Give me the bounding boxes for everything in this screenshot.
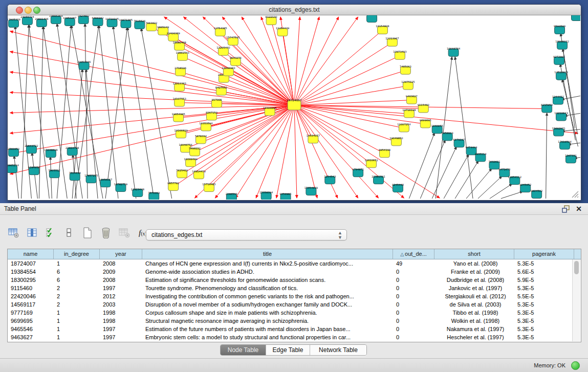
column-header-short[interactable]: short: [434, 249, 514, 259]
graph-node[interactable]: 19049850: [389, 137, 403, 146]
graph-node[interactable]: 1244412: [552, 95, 564, 104]
graph-node[interactable]: 8954108: [379, 148, 390, 158]
table-scrollbar[interactable]: [572, 259, 580, 341]
graph-node[interactable]: 12754385: [213, 27, 227, 36]
graph-node[interactable]: 18300295: [263, 106, 276, 116]
graph-node[interactable]: 16958187: [99, 178, 112, 187]
graph-node[interactable]: 9699695: [420, 119, 431, 128]
graph-node[interactable]: 7515526: [134, 19, 145, 29]
select-all-rows-icon[interactable]: [44, 226, 57, 239]
column-header-in_degree[interactable]: in_degree: [54, 249, 100, 259]
graph-node[interactable]: 18724007: [287, 99, 302, 110]
graph-node[interactable]: 9794871: [352, 168, 364, 177]
delete-columns-icon[interactable]: [118, 226, 131, 239]
graph-node[interactable]: 21904798: [66, 146, 79, 156]
graph-node[interactable]: 10653287: [63, 16, 76, 26]
close-icon[interactable]: ✕: [575, 205, 582, 213]
graph-node[interactable]: 9857791: [167, 182, 179, 191]
graph-node[interactable]: 13965234: [8, 164, 19, 173]
graph-node[interactable]: 17957255: [84, 174, 98, 183]
graph-node[interactable]: 5958923: [442, 132, 453, 141]
graph-node[interactable]: 15716485: [202, 183, 215, 192]
graph-node[interactable]: 18660488: [172, 41, 186, 50]
graph-node[interactable]: 7514438: [69, 171, 81, 181]
float-window-icon[interactable]: [562, 205, 570, 213]
graph-node[interactable]: 917008: [211, 98, 222, 107]
graph-node[interactable]: 16099489: [184, 158, 197, 167]
graph-node[interactable]: 16914479: [192, 170, 205, 179]
column-header-name[interactable]: name: [8, 249, 54, 259]
graph-node[interactable]: 5878334: [195, 135, 207, 144]
graph-node[interactable]: 11254439: [276, 27, 289, 36]
column-header-title[interactable]: title: [142, 249, 393, 259]
tab-network-table[interactable]: Network Table: [310, 345, 366, 355]
graph-node[interactable]: 16210643: [554, 112, 568, 121]
table-row[interactable]: 1938455462009Genome-wide association stu…: [8, 268, 581, 276]
graph-node[interactable]: 13205440: [216, 46, 230, 55]
graph-node[interactable]: 14510913: [554, 71, 568, 80]
graph-node[interactable]: 9194958: [28, 166, 40, 175]
table-row[interactable]: 946554611997Estimation of the future num…: [8, 325, 581, 333]
graph-node[interactable]: 7485063: [400, 65, 411, 74]
graph-node[interactable]: 8427552: [215, 86, 227, 95]
graph-node[interactable]: 12213383: [172, 82, 186, 91]
graph-node[interactable]: 20643722: [25, 144, 38, 154]
graph-node[interactable]: 17016504: [558, 140, 571, 149]
column-header-out_de[interactable]: △out_de...: [393, 249, 434, 259]
table-row[interactable]: 1456911722003Disruption of a novel membe…: [8, 300, 581, 309]
graph-node[interactable]: 14534157: [307, 134, 320, 143]
graph-node[interactable]: 1527602: [78, 15, 90, 24]
graph-node[interactable]: 19166829: [174, 129, 187, 138]
graph-node[interactable]: 9115460: [418, 103, 429, 113]
tab-edge-table[interactable]: Edge Table: [266, 345, 310, 355]
graph-node[interactable]: 19654985: [171, 113, 185, 122]
table-row[interactable]: 946362711997Embryonic stem cells: a mode…: [8, 333, 581, 341]
graph-node[interactable]: 18998032: [555, 40, 569, 49]
graph-node[interactable]: 10719195: [105, 17, 119, 27]
graph-node[interactable]: 2887682: [366, 15, 378, 22]
delete-table-icon[interactable]: [99, 226, 113, 239]
graph-node[interactable]: 9924502: [531, 189, 542, 199]
graph-node[interactable]: 15358394: [259, 191, 273, 200]
network-window[interactable]: citations_edges.txt 13905339240557242069…: [7, 4, 581, 201]
graph-node[interactable]: 6466162: [92, 16, 104, 26]
graph-node[interactable]: 24055724: [20, 15, 34, 25]
new-table-icon[interactable]: [81, 226, 94, 239]
graph-node[interactable]: 12923448: [131, 188, 144, 197]
resize-grip-icon[interactable]: [571, 190, 579, 199]
column-visibility-icon[interactable]: [26, 226, 39, 239]
graph-node[interactable]: 9590599: [554, 25, 565, 34]
graph-node[interactable]: 16353594: [199, 122, 212, 131]
table-row[interactable]: 977716911998Corpus callosum shape and si…: [8, 309, 581, 317]
graph-node[interactable]: 7663822: [145, 21, 157, 31]
network-window-titlebar[interactable]: citations_edges.txt: [8, 5, 581, 15]
graph-node[interactable]: 15747595: [226, 36, 239, 45]
graph-node[interactable]: 15692971: [552, 127, 565, 136]
graph-node[interactable]: 8215958: [541, 103, 553, 113]
graph-node[interactable]: 1167331: [565, 154, 577, 163]
graph-node[interactable]: 11007254: [397, 123, 410, 132]
graph-node[interactable]: 15354939: [304, 186, 318, 195]
graph-node[interactable]: 16154808: [376, 25, 389, 34]
graph-node[interactable]: 19861543: [176, 51, 189, 60]
graph-node[interactable]: 20691406: [35, 17, 48, 27]
graph-node[interactable]: 16782759: [114, 183, 127, 192]
graph-node[interactable]: 10718198: [402, 108, 416, 118]
graph-node[interactable]: 2560650: [8, 147, 19, 157]
graph-node[interactable]: 12213967: [385, 37, 399, 46]
graph-node[interactable]: 16671385: [119, 18, 133, 28]
graph-node[interactable]: 9245652: [519, 183, 531, 192]
graph-node[interactable]: 22406389: [166, 32, 180, 41]
graph-node[interactable]: 16107553: [172, 97, 186, 106]
graph-node[interactable]: 9272905: [553, 55, 565, 64]
graph-node[interactable]: 12975125: [401, 80, 415, 90]
graph-node[interactable]: 15048898: [44, 148, 57, 158]
graph-node[interactable]: 2196544: [226, 192, 237, 200]
graph-node[interactable]: 5905512: [49, 169, 60, 178]
table-row[interactable]: 2242004622012Investigating the contribut…: [8, 292, 581, 300]
table-selector-dropdown[interactable]: citations_edges.txt ▲▼: [146, 229, 347, 240]
graph-node[interactable]: 9356985: [280, 192, 292, 200]
tab-node-table[interactable]: Node Table: [221, 345, 266, 355]
graph-node[interactable]: 7570003: [148, 191, 160, 200]
graph-node[interactable]: 19223930: [570, 15, 580, 20]
